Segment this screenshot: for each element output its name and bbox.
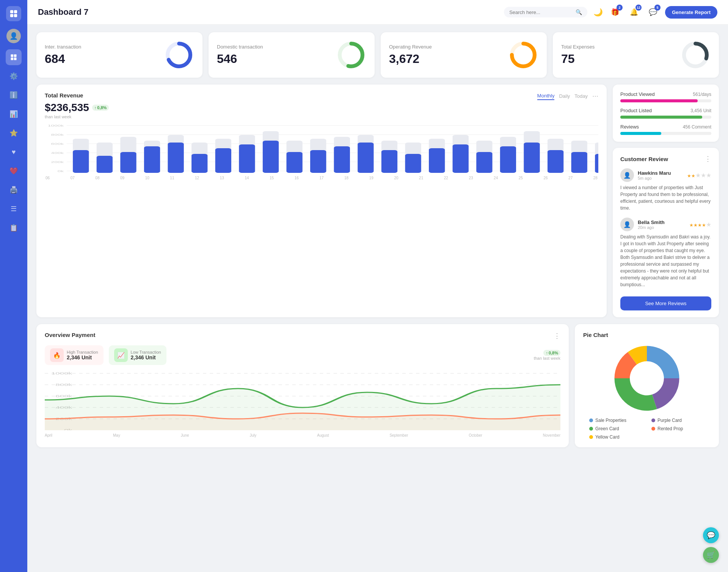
review-text-0: I viewed a number of properties with Jus… [620,184,711,212]
reviews-list: 👤 Hawkins Maru 5m ago ★★★★★ I viewed a n… [620,168,711,288]
dark-mode-icon[interactable]: 🌙 [593,8,603,17]
sidebar-item-settings[interactable]: ⚙️ [6,68,22,84]
gift-icon-btn[interactable]: 🎁2 [608,5,622,19]
svg-rect-63 [476,152,492,173]
generate-report-button[interactable]: Generate Report [665,6,717,19]
svg-text:800k: 800k [55,383,72,387]
line-x-label: May [113,433,120,437]
bar-x-label: 21 [419,176,423,180]
reviews-header: Customer Review ⋮ [620,155,711,163]
stat-value-2: 3,672 [389,52,432,66]
sidebar-item-dashboard[interactable] [6,49,22,65]
svg-rect-55 [381,150,397,173]
payment-trend-up: ↑ 0,8% [543,350,560,356]
sidebar-item-chart[interactable]: 📊 [6,106,22,122]
fab-group: 💬 🛒 [703,527,719,563]
bar-x-label: 20 [394,176,398,180]
payment-more-icon[interactable]: ⋮ [554,332,560,340]
svg-rect-43 [239,144,255,173]
sidebar-item-print[interactable]: 🖨️ [6,182,22,198]
svg-rect-39 [191,154,207,173]
line-chart-svg: 0k200k400k600k800k1000k [45,370,560,430]
line-x-label: October [469,433,482,437]
svg-text:800k: 800k [51,133,64,136]
legend-item-2: Green Card [589,426,642,431]
sidebar-item-star[interactable]: ⭐ [6,125,22,141]
legend-dot-4 [589,435,593,439]
payment-trend-label: than last week [534,356,560,360]
revenue-tab-monthly[interactable]: Monthly [537,92,555,100]
high-trans-icon: 🔥 [50,348,64,362]
sidebar-item-heart[interactable]: ♥ [6,144,22,160]
search-input[interactable] [509,9,573,15]
bell-icon-btn[interactable]: 🔔12 [627,5,641,19]
line-x-label: June [181,433,189,437]
svg-rect-29 [73,150,89,173]
line-x-label: April [45,433,52,437]
chat-icon-btn[interactable]: 💬5 [646,5,660,19]
svg-rect-1 [14,10,17,13]
revenue-more-icon[interactable]: ⋯ [592,92,598,100]
bar-x-label: 27 [568,176,573,180]
pie-chart-card: Pie Chart Sale PropertiesPurple CardGree… [575,324,719,447]
low-trans-icon: 📈 [114,348,128,362]
main-content: Dashboard 7 🔍 🌙 🎁2 🔔12 💬5 Generate Repor… [27,0,728,572]
stat-label-1: Domestic transaction [217,44,263,50]
legend-label-4: Yellow Card [595,434,620,440]
search-box[interactable]: 🔍 [504,7,587,17]
bar-x-label: 11 [170,176,174,180]
pie-segment [615,378,657,411]
charts-row: Total Revenue MonthlyDailyToday⋯ $236,53… [36,85,719,317]
sidebar-item-info[interactable]: ℹ️ [6,87,22,103]
low-trans-value: 2,346 Unit [131,354,161,360]
high-trans-value: 2,346 Unit [67,354,98,360]
stat-value-0: 684 [45,52,81,66]
sidebar-item-list[interactable]: ☰ [6,201,22,217]
legend-item-3: Rented Prop [651,426,704,431]
line-x-label: November [543,433,560,437]
fab-cart[interactable]: 🛒 [703,547,719,563]
svg-rect-45 [263,141,279,173]
sidebar-item-heart2[interactable]: ❤️ [6,163,22,179]
pie-segment [652,378,679,409]
metric-row-0: Product Viewed 561/days [620,91,711,102]
stat-card-0: Inter. transaction 684 [36,32,202,78]
see-more-reviews-button[interactable]: See More Reviews [620,296,711,310]
bar-chart-x-labels: 0607080910111213141516171819202122232425… [45,176,598,180]
avatar[interactable]: 👤 [6,29,21,43]
svg-text:600k: 600k [55,394,72,398]
metric-label-1: Product Listed [620,108,652,113]
svg-rect-57 [405,154,421,173]
stat-card-1: Domestic transaction 546 [209,32,375,78]
svg-text:0k: 0k [58,169,64,173]
reviews-more-icon[interactable]: ⋮ [704,155,711,163]
svg-rect-49 [310,150,326,173]
header: Dashboard 7 🔍 🌙 🎁2 🔔12 💬5 Generate Repor… [27,0,728,25]
bar-x-label: 07 [71,176,75,180]
legend-dot-0 [589,418,593,422]
svg-text:600k: 600k [51,142,64,146]
bar-x-label: 23 [469,176,473,180]
metric-row-2: Reviews 456 Comment [620,124,711,135]
legend-label-0: Sale Properties [595,418,626,423]
review-stars-0: ★★★★★ [687,172,711,179]
svg-text:200k: 200k [51,160,64,164]
bar-x-label: 18 [344,176,348,180]
svg-rect-35 [144,146,160,173]
revenue-tab-daily[interactable]: Daily [559,92,570,100]
legend-label-2: Green Card [595,426,619,431]
review-name-0: Hawkins Maru [638,170,671,176]
revenue-bar-chart: 0k200k400k600k800k1000k [45,124,598,173]
bottom-row: Overview Payment ⋮ 🔥 High Transaction 2,… [36,324,719,447]
svg-rect-41 [215,148,231,173]
bar-x-label: 28 [593,176,598,180]
revenue-tab-today[interactable]: Today [574,92,588,100]
line-chart-area: 0k200k400k600k800k1000k AprilMayJuneJuly… [45,370,560,437]
metric-progress-1 [620,116,711,119]
fab-support[interactable]: 💬 [703,527,719,543]
bar-x-label: 09 [120,176,124,180]
stat-card-3: Total Expenses 75 [553,32,719,78]
legend-item-4: Yellow Card [589,434,642,440]
sidebar-item-doc[interactable]: 📋 [6,220,22,236]
review-name-1: Bella Smith [638,219,665,225]
